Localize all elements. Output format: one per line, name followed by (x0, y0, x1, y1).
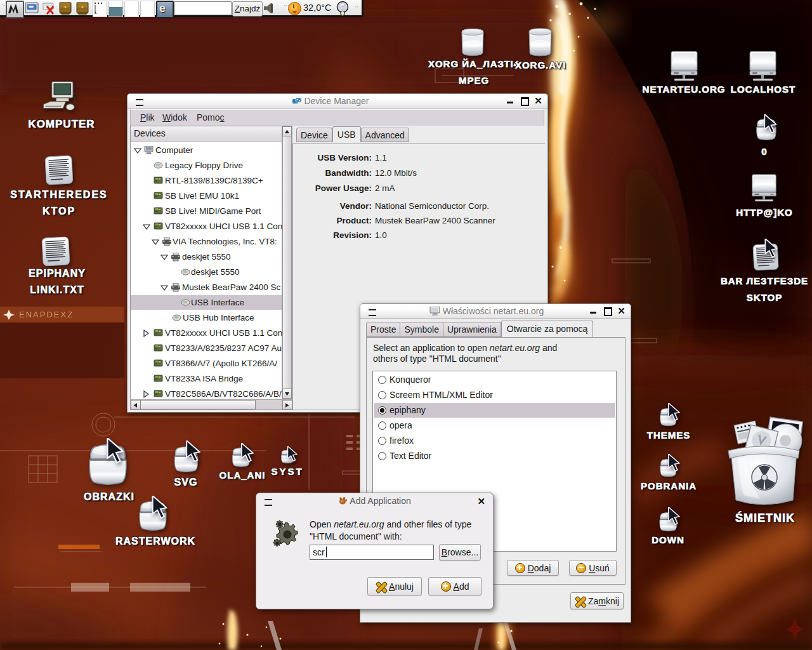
svg-text:ENAPDEXZ: ENAPDEXZ (19, 310, 74, 319)
